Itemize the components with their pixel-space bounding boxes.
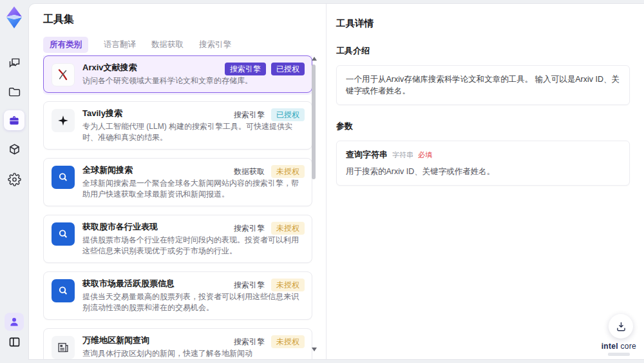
tab-all-categories[interactable]: 所有类别 bbox=[43, 37, 88, 53]
category-tag: 搜索引擎 bbox=[232, 335, 266, 348]
sidebar-item-models[interactable] bbox=[6, 141, 22, 157]
tool-card-tavily[interactable]: Tavily搜索 专为人工智能代理 (LLM) 构建的搜索引擎工具。可快速提供实… bbox=[43, 101, 312, 150]
status-badge: 已授权 bbox=[271, 108, 305, 121]
category-tag: 数据获取 bbox=[232, 165, 266, 178]
sidebar-item-chat[interactable] bbox=[6, 55, 22, 70]
tool-list: Arxiv文献搜索 访问各个研究领域大量科学论文和文章的存储库。 搜索引擎 已授… bbox=[43, 55, 312, 359]
category-tabs: 所有类别 语言翻译 数据获取 搜索引擎 bbox=[43, 37, 326, 53]
search-globe-icon bbox=[52, 279, 75, 302]
params-heading: 参数 bbox=[336, 121, 630, 132]
app-logo-icon bbox=[5, 6, 23, 29]
intro-box: 一个用于从Arxiv存储库搜索科学论文和文章的工具。 输入可以是Arxiv ID… bbox=[336, 65, 630, 105]
sidebar-item-panel-toggle[interactable] bbox=[6, 334, 22, 349]
gear-icon bbox=[8, 173, 21, 186]
tool-card-global-news[interactable]: 全球新闻搜索 全球新闻搜索是一个聚合全球各大新闻网站内容的搜索引擎，帮助用户快速… bbox=[43, 158, 312, 206]
brand-intel: intel bbox=[601, 342, 618, 351]
search-globe-icon bbox=[52, 222, 75, 246]
tool-card-regional-news[interactable]: 万维地区新闻查询 查询具体行政区划内的新闻，快速了解各地新闻动 搜索引擎 未授权 bbox=[43, 328, 312, 359]
sidebar-item-files[interactable] bbox=[6, 84, 22, 99]
sidebar-item-tools[interactable] bbox=[4, 110, 24, 130]
status-badge: 未授权 bbox=[271, 335, 305, 348]
main-panel: 工具集 所有类别 语言翻译 数据获取 搜索引擎 Arxiv文献搜索 访问各个研究… bbox=[28, 3, 644, 360]
category-tag: 搜索引擎 bbox=[232, 279, 266, 291]
download-icon bbox=[615, 320, 627, 333]
sparkle-icon bbox=[52, 109, 75, 132]
status-badge: 未授权 bbox=[271, 222, 305, 235]
search-globe-icon bbox=[52, 166, 75, 189]
tool-description: 全球新闻搜索是一个聚合全球各大新闻网站内容的搜索引擎，帮助用户快速获取全球最新资… bbox=[82, 178, 304, 200]
tool-description: 访问各个研究领域大量科学论文和文章的存储库。 bbox=[82, 75, 304, 86]
intel-core-logo: intel core bbox=[601, 342, 636, 356]
sidebar-item-profile[interactable] bbox=[5, 313, 24, 331]
param-required-badge: 必填 bbox=[418, 150, 432, 160]
tool-description: 查询具体行政区划内的新闻，快速了解各地新闻动 bbox=[82, 348, 304, 359]
tool-card-active-stocks[interactable]: 获取市场最活跃股票信息 提供当天交易量最高的股票列表，投资者可以利用这些信息来识… bbox=[43, 271, 312, 320]
category-tag: 搜索引擎 bbox=[232, 222, 266, 235]
param-box: 查询字符串 字符串 必填 用于搜索的Arxiv ID、关键字或作者姓名。 bbox=[336, 141, 630, 186]
tool-detail-panel: 工具详情 工具介绍 一个用于从Arxiv存储库搜索科学论文和文章的工具。 输入可… bbox=[326, 4, 644, 359]
param-type: 字符串 bbox=[392, 150, 413, 160]
page-title: 工具集 bbox=[43, 13, 326, 26]
sidebar-item-settings[interactable] bbox=[6, 172, 22, 187]
cube-icon bbox=[8, 142, 21, 156]
sidebar bbox=[0, 0, 28, 363]
user-icon bbox=[8, 316, 20, 328]
side-panel-icon bbox=[8, 335, 21, 349]
param-description: 用于搜索的Arxiv ID、关键字或作者姓名。 bbox=[346, 166, 620, 177]
tool-list-panel: 工具集 所有类别 语言翻译 数据获取 搜索引擎 Arxiv文献搜索 访问各个研究… bbox=[29, 4, 326, 359]
scroll-up-arrow-icon[interactable] bbox=[312, 57, 317, 61]
tab-data-fetch[interactable]: 数据获取 bbox=[151, 37, 184, 53]
status-badge: 未授权 bbox=[271, 279, 305, 291]
tool-description: 提供当天交易量最高的股票列表，投资者可以利用这些信息来识别流动性强的股票和潜在的… bbox=[82, 291, 304, 313]
toolbox-icon bbox=[8, 114, 21, 127]
param-name: 查询字符串 bbox=[346, 149, 388, 161]
chat-icon bbox=[8, 56, 21, 70]
intro-heading: 工具介绍 bbox=[336, 45, 630, 57]
status-badge: 已授权 bbox=[271, 63, 305, 75]
tool-description: 专为人工智能代理 (LLM) 构建的搜索引擎工具。可快速提供实时、准确和真实的结… bbox=[82, 121, 304, 143]
tab-language-translation[interactable]: 语言翻译 bbox=[104, 37, 136, 53]
category-tag: 搜索引擎 bbox=[232, 108, 266, 121]
tab-search-engine[interactable]: 搜索引擎 bbox=[199, 37, 231, 53]
intro-text: 一个用于从Arxiv存储库搜索科学论文和文章的工具。 输入可以是Arxiv ID… bbox=[346, 74, 620, 97]
list-scrollbar[interactable] bbox=[311, 57, 316, 351]
brand-subtext-placeholder bbox=[608, 353, 630, 356]
download-button[interactable] bbox=[609, 314, 633, 338]
category-tag: 搜索引擎 bbox=[225, 63, 266, 75]
scrollbar-thumb[interactable] bbox=[312, 64, 316, 179]
folder-icon bbox=[8, 85, 21, 99]
brand-core: core bbox=[620, 342, 636, 351]
scroll-down-arrow-icon[interactable] bbox=[312, 348, 317, 351]
arxiv-logo-icon bbox=[52, 63, 75, 86]
tool-card-arxiv[interactable]: Arxiv文献搜索 访问各个研究领域大量科学论文和文章的存储库。 搜索引擎 已授… bbox=[43, 55, 312, 93]
tool-card-sector-performance[interactable]: 获取股市各行业表现 提供股票市场各个行业在特定时间段内的表现。投资者可以利用这些… bbox=[43, 215, 312, 263]
newspaper-icon bbox=[52, 336, 75, 359]
tool-description: 提供股票市场各个行业在特定时间段内的表现。投资者可以利用这些信息来识别表现优于或… bbox=[82, 235, 304, 257]
status-badge: 未授权 bbox=[271, 165, 305, 178]
detail-title: 工具详情 bbox=[336, 17, 630, 30]
